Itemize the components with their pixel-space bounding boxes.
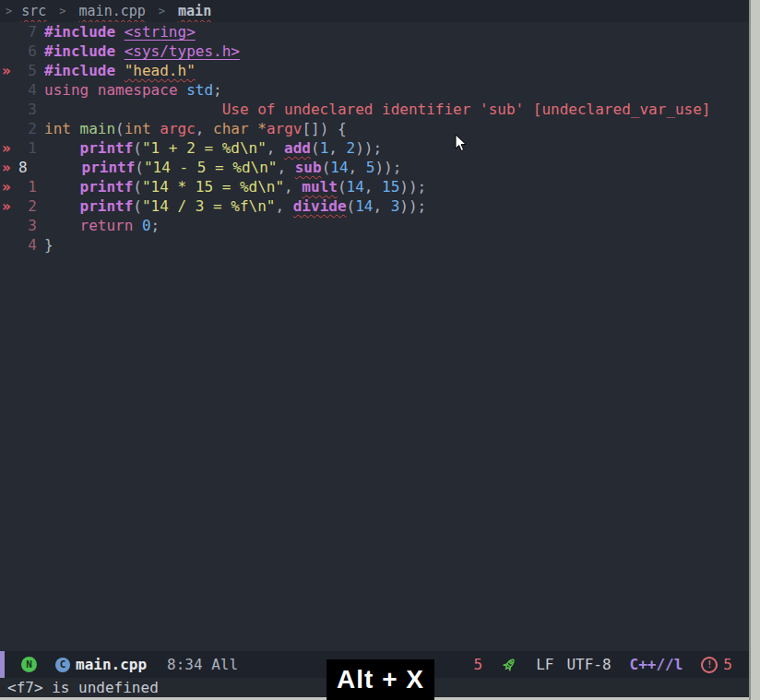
rocket-icon bbox=[501, 657, 517, 673]
code-token: printf bbox=[80, 197, 134, 215]
code-line[interactable]: 7#include <string> bbox=[0, 22, 749, 42]
code-token: <sys/types.h> bbox=[125, 42, 240, 60]
code-text: using namespace std; bbox=[44, 80, 222, 100]
code-token: 1 bbox=[320, 139, 329, 157]
statusline-filename[interactable]: main.cpp bbox=[76, 656, 147, 673]
diagnostic-sign-icon: » bbox=[0, 61, 17, 80]
code-token: "14 * 15 = %d\n" bbox=[142, 178, 284, 196]
code-token: , bbox=[267, 139, 284, 157]
code-token bbox=[44, 197, 80, 215]
code-token: #include bbox=[44, 42, 115, 60]
code-text: printf("14 / 3 = %f\n", divide(14, 3)); bbox=[44, 196, 426, 216]
sign-column bbox=[0, 119, 17, 138]
code-token: ( bbox=[115, 120, 125, 137]
code-token: 5 bbox=[366, 159, 375, 176]
code-text: #include <string> bbox=[44, 22, 196, 42]
line-number[interactable]: 5 bbox=[17, 61, 37, 80]
filetype-indicator: C++//l bbox=[630, 656, 683, 673]
line-number[interactable]: 6 bbox=[17, 42, 37, 61]
code-token: argv bbox=[267, 120, 303, 137]
line-number[interactable]: 1 bbox=[17, 138, 37, 158]
mouse-cursor bbox=[455, 134, 468, 156]
code-line[interactable]: »8 printf("14 - 5 = %d\n", sub(14, 5)); bbox=[0, 158, 749, 177]
code-token: , bbox=[275, 197, 292, 215]
code-token bbox=[89, 81, 98, 99]
keystroke-overlay: Alt + X bbox=[327, 659, 434, 700]
code-line[interactable]: 3 Use of undeclared identifier 'sub' [un… bbox=[0, 100, 749, 119]
breadcrumb-item-file[interactable]: main.cpp bbox=[79, 3, 146, 19]
line-number[interactable]: 2 bbox=[17, 119, 37, 138]
code-token: ; bbox=[151, 217, 160, 234]
code-text: Use of undeclared identifier 'sub' [unde… bbox=[44, 100, 710, 119]
code-token: char bbox=[213, 120, 249, 137]
line-number[interactable]: 4 bbox=[17, 235, 37, 255]
code-token bbox=[133, 217, 142, 234]
code-buffer[interactable]: 7#include <string>6#include <sys/types.h… bbox=[0, 22, 749, 651]
editor-window: > src > main.cpp > main 7#include <strin… bbox=[0, 0, 760, 700]
code-token bbox=[151, 120, 160, 137]
line-number[interactable]: 7 bbox=[17, 22, 37, 42]
code-line[interactable]: »1 printf("1 + 2 = %d\n", add(1, 2)); bbox=[0, 138, 749, 158]
vertical-scrollbar[interactable] bbox=[749, 0, 760, 700]
line-number[interactable]: 3 bbox=[17, 216, 37, 235]
code-line[interactable]: 4} bbox=[0, 235, 749, 255]
code-token bbox=[46, 159, 82, 176]
code-token: "1 + 2 = %d\n" bbox=[142, 139, 267, 157]
code-token: int bbox=[44, 120, 71, 137]
diagnostic-virtual-text: Use of undeclared identifier 'sub' [unde… bbox=[44, 101, 710, 118]
code-line[interactable]: 4using namespace std; bbox=[0, 80, 749, 100]
code-lines: 7#include <string>6#include <sys/types.h… bbox=[0, 22, 749, 255]
code-token: printf bbox=[80, 178, 134, 196]
code-token bbox=[115, 42, 125, 60]
code-token: , bbox=[373, 197, 390, 215]
code-text: #include "head.h" bbox=[44, 61, 196, 80]
line-number[interactable]: 2 bbox=[17, 196, 37, 216]
error-count-group: ! 5 bbox=[701, 656, 732, 673]
code-token: namespace bbox=[98, 81, 178, 99]
code-token: <string> bbox=[125, 23, 196, 41]
code-line[interactable]: 3 return 0; bbox=[0, 216, 749, 235]
diagnostic-sign-icon: » bbox=[0, 177, 17, 196]
code-token: 14 bbox=[330, 159, 348, 176]
code-token: ( bbox=[322, 159, 331, 176]
code-text: printf("14 - 5 = %d\n", sub(14, 5)); bbox=[46, 158, 401, 177]
code-token: } bbox=[44, 236, 53, 254]
code-token: mult bbox=[302, 178, 338, 196]
code-token: []) { bbox=[302, 120, 346, 137]
sign-column bbox=[0, 22, 17, 42]
code-token: using bbox=[44, 81, 89, 99]
code-token: , bbox=[364, 178, 382, 196]
code-token: )); bbox=[374, 159, 401, 176]
line-number[interactable]: 8 bbox=[17, 158, 39, 177]
code-line[interactable]: 6#include <sys/types.h> bbox=[0, 42, 749, 61]
breadcrumb: > src > main.cpp > main bbox=[0, 0, 749, 22]
code-token bbox=[44, 217, 80, 234]
line-number[interactable]: 1 bbox=[17, 177, 37, 196]
code-line[interactable]: »2 printf("14 / 3 = %f\n", divide(14, 3)… bbox=[0, 196, 749, 216]
code-token: #include bbox=[44, 62, 115, 79]
code-line[interactable]: »5#include "head.h" bbox=[0, 61, 749, 80]
fileformat-encoding: LF UTF-8 bbox=[536, 656, 611, 673]
code-line[interactable]: 2int main(int argc, char *argv[]) { bbox=[0, 119, 749, 138]
code-token: )); bbox=[399, 197, 426, 215]
code-token: int bbox=[125, 120, 151, 137]
breadcrumb-item-src[interactable]: src bbox=[21, 3, 46, 19]
code-text: printf("1 + 2 = %d\n", add(1, 2)); bbox=[44, 138, 382, 158]
error-icon: ! bbox=[701, 657, 718, 673]
code-token: )); bbox=[399, 178, 426, 196]
code-line[interactable]: »1 printf("14 * 15 = %d\n", mult(14, 15)… bbox=[0, 177, 749, 196]
line-number[interactable]: 3 bbox=[17, 100, 37, 119]
code-token: "14 - 5 = %d\n" bbox=[144, 159, 278, 176]
code-token: printf bbox=[80, 139, 134, 157]
code-token: ( bbox=[311, 139, 320, 157]
code-token: )); bbox=[355, 139, 382, 157]
code-token: "head.h" bbox=[125, 62, 196, 79]
breadcrumb-item-symbol[interactable]: main bbox=[178, 3, 211, 19]
code-token bbox=[249, 120, 258, 137]
code-token: ; bbox=[213, 81, 222, 99]
code-token: 2 bbox=[347, 139, 356, 157]
line-number[interactable]: 4 bbox=[17, 80, 37, 100]
code-text: int main(int argc, char *argv[]) { bbox=[44, 119, 347, 138]
code-token bbox=[115, 62, 125, 79]
sign-column bbox=[0, 42, 17, 61]
